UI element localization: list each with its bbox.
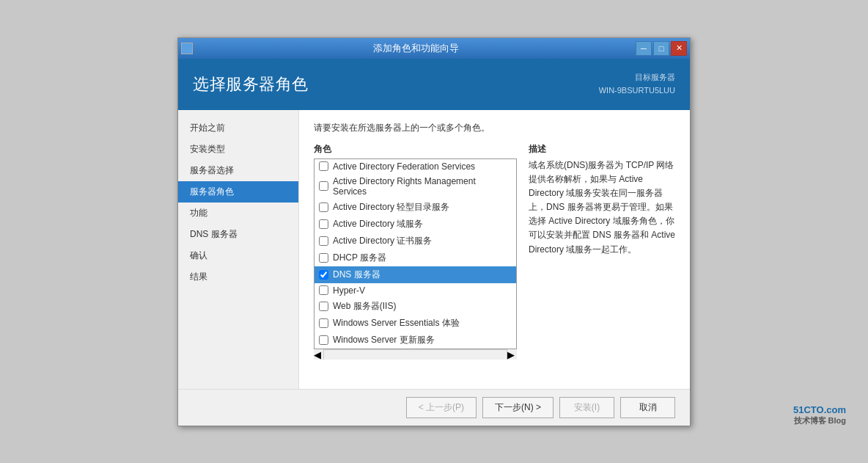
logo-sub: 技术博客 Blog (793, 415, 846, 426)
install-button[interactable]: 安装(I) (559, 397, 614, 418)
back-button[interactable]: < 上一步(P) (406, 397, 477, 418)
role-checkbox-wse[interactable] (319, 318, 328, 328)
role-checkbox-ad-rights[interactable] (319, 181, 328, 191)
logo-area: 51CTO.com 技术博客 Blog (793, 404, 846, 426)
header-bar: 选择服务器角色 目标服务器 WIN-9BSURTU5LUU (178, 59, 690, 110)
role-checkbox-dhcp[interactable] (319, 253, 328, 263)
role-item-dns[interactable]: DNS 服务器 (315, 266, 516, 283)
role-item-ad-ds[interactable]: Active Directory 域服务 (315, 216, 516, 233)
role-checkbox-iis[interactable] (319, 302, 328, 311)
role-checkbox-ad-ds[interactable] (319, 219, 328, 229)
instruction-text: 请要安装在所选服务器上的一个或多个角色。 (314, 122, 675, 134)
cancel-button[interactable]: 取消 (620, 397, 675, 418)
role-checkbox-ad-lds[interactable] (319, 203, 328, 212)
server-name: WIN-9BSURTU5LUU (599, 84, 675, 98)
role-checkbox-wsus[interactable] (319, 335, 328, 345)
role-item-ad-federation[interactable]: Active Directory Federation Services (315, 159, 516, 174)
content-area: 选择服务器角色 目标服务器 WIN-9BSURTU5LUU 开始之前 安装类型 … (178, 59, 690, 426)
sidebar-item-start[interactable]: 开始之前 (178, 117, 298, 139)
sidebar-item-install-type[interactable]: 安装类型 (178, 139, 298, 160)
role-item-wse[interactable]: Windows Server Essentials 体验 (315, 315, 516, 332)
hscroll-right-btn[interactable]: ▶ (507, 349, 517, 360)
main-area: 开始之前 安装类型 服务器选择 服务器角色 功能 DNS 服务器 确认 结果 请… (178, 110, 690, 389)
page-title: 选择服务器角色 (193, 73, 309, 95)
role-item-iis[interactable]: Web 服务器(IIS) (315, 298, 516, 315)
server-info: 目标服务器 WIN-9BSURTU5LUU (599, 71, 675, 97)
role-item-ad-cs[interactable]: Active Directory 证书服务 (315, 233, 516, 249)
role-label-ad-rights: Active Directory Rights Management Servi… (333, 176, 512, 197)
sidebar-item-results[interactable]: 结果 (178, 266, 298, 288)
titlebar-buttons: ─ □ ✕ (636, 41, 687, 56)
role-label-hyperv: Hyper-V (333, 285, 365, 296)
role-label-ad-lds: Active Directory 轻型目录服务 (333, 201, 449, 214)
description-label: 描述 (529, 143, 675, 156)
sidebar-item-confirm[interactable]: 确认 (178, 245, 298, 266)
role-item-wsus[interactable]: Windows Server 更新服务 (315, 332, 516, 349)
role-label-dns: DNS 服务器 (333, 269, 380, 281)
logo-brand: 51CTO.com (793, 404, 846, 415)
maximize-button[interactable]: □ (653, 41, 669, 56)
role-label-ad-cs: Active Directory 证书服务 (333, 235, 432, 247)
role-item-ad-rights[interactable]: Active Directory Rights Management Servi… (315, 174, 516, 199)
role-item-dhcp[interactable]: DHCP 服务器 (315, 249, 516, 266)
hscroll-track (324, 350, 507, 360)
hscroll-bar: ◀ ▶ (314, 349, 517, 360)
role-item-ad-lds[interactable]: Active Directory 轻型目录服务 (315, 199, 516, 216)
next-button[interactable]: 下一步(N) > (482, 397, 553, 418)
role-checkbox-ad-federation[interactable] (319, 161, 328, 171)
sidebar-item-server-select[interactable]: 服务器选择 (178, 160, 298, 181)
sidebar-item-server-roles[interactable]: 服务器角色 (178, 181, 298, 203)
role-label-iis: Web 服务器(IIS) (333, 300, 396, 313)
right-content: 请要安装在所选服务器上的一个或多个角色。 角色 Active Directory… (299, 110, 690, 389)
role-checkbox-dns[interactable] (319, 270, 328, 280)
main-window: 添加角色和功能向导 ─ □ ✕ 选择服务器角色 目标服务器 WIN-9BSURT… (177, 37, 691, 426)
role-checkbox-hyperv[interactable] (319, 285, 328, 295)
role-label-ad-ds: Active Directory 域服务 (333, 218, 423, 230)
role-checkbox-ad-cs[interactable] (319, 236, 328, 246)
roles-panel: 角色 Active Directory Federation Services … (314, 143, 517, 377)
columns-wrapper: 角色 Active Directory Federation Services … (314, 143, 675, 377)
footer: < 上一步(P) 下一步(N) > 安装(I) 取消 (178, 389, 690, 426)
role-label-ad-federation: Active Directory Federation Services (333, 161, 475, 172)
roles-label: 角色 (314, 143, 517, 156)
description-text: 域名系统(DNS)服务器为 TCP/IP 网络提供名称解析，如果与 Active… (529, 158, 675, 257)
minimize-button[interactable]: ─ (636, 41, 652, 56)
role-label-wsus: Windows Server 更新服务 (333, 334, 435, 346)
sidebar-item-dns[interactable]: DNS 服务器 (178, 224, 298, 245)
role-label-wse: Windows Server Essentials 体验 (333, 317, 460, 329)
close-button[interactable]: ✕ (671, 41, 687, 56)
server-label: 目标服务器 (599, 71, 675, 84)
roles-listbox[interactable]: Active Directory Federation Services Act… (314, 158, 517, 349)
role-item-hyperv[interactable]: Hyper-V (315, 283, 516, 298)
hscroll-left-btn[interactable]: ◀ (314, 349, 324, 360)
sidebar-item-features[interactable]: 功能 (178, 203, 298, 224)
sidebar: 开始之前 安装类型 服务器选择 服务器角色 功能 DNS 服务器 确认 结果 (178, 110, 299, 389)
role-label-dhcp: DHCP 服务器 (333, 252, 386, 264)
titlebar-icon (181, 43, 193, 54)
description-panel: 描述 域名系统(DNS)服务器为 TCP/IP 网络提供名称解析，如果与 Act… (529, 143, 675, 377)
titlebar-title: 添加角色和功能向导 (196, 42, 636, 55)
titlebar: 添加角色和功能向导 ─ □ ✕ (178, 38, 690, 59)
